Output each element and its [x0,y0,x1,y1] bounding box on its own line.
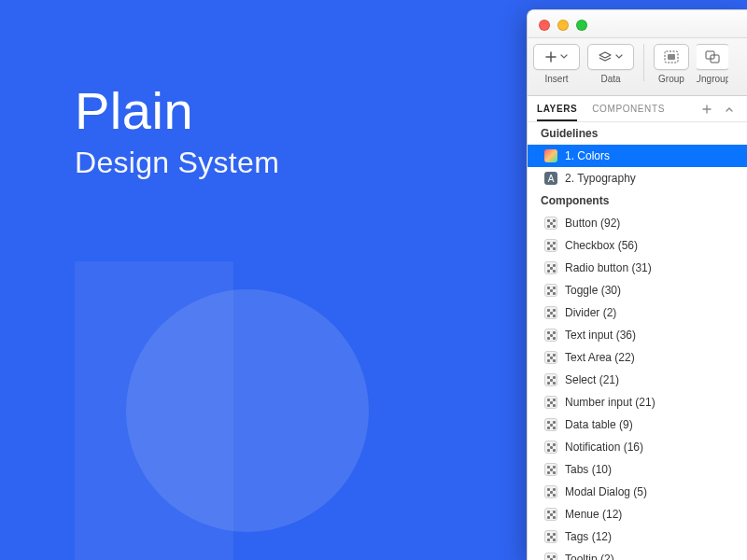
layer-label: Text input (36) [565,329,636,342]
data-tool[interactable]: Data [587,44,634,84]
maximize-icon[interactable] [576,20,587,31]
component-item[interactable]: Tabs (10) [528,458,747,481]
component-item[interactable]: Menue (12) [528,503,747,525]
component-item[interactable]: Data table (9) [528,413,747,436]
component-item[interactable]: Toggle (30) [528,279,747,301]
close-icon[interactable] [539,20,550,31]
layer-label: Notification (16) [565,441,643,454]
group-label: Group [658,74,684,84]
component-icon [544,329,557,342]
layer-label: Toggle (30) [565,284,621,297]
component-icon [544,306,557,319]
component-icon [544,239,557,252]
hero-block: Plain Design System [75,82,279,180]
component-icon [544,508,557,521]
component-icon [544,463,557,476]
component-item[interactable]: Number input (21) [528,391,747,413]
section-label: Guidelines [541,127,598,140]
window-controls [539,20,587,31]
layer-label: Tabs (10) [565,463,612,476]
component-item[interactable]: Text Area (22) [528,346,747,369]
guideline-item[interactable]: 1. Colors [528,145,747,167]
layer-label: Tooltip (2) [565,553,614,560]
component-item[interactable]: Modal Dialog (5) [528,481,747,503]
tab-layers[interactable]: LAYERS [537,98,577,121]
hero-title: Plain [75,82,279,140]
panel-tabs: LAYERS COMPONENTS [528,96,747,122]
section-header-guidelines: Guidelines [528,122,747,145]
rainbow-icon [544,149,557,162]
plus-icon [702,105,712,114]
component-icon [544,418,557,431]
component-item[interactable]: Notification (16) [528,436,747,458]
tab-components[interactable]: COMPONENTS [592,98,665,119]
window-titlebar[interactable] [528,10,747,38]
layer-label: Number input (21) [565,396,655,409]
insert-label: Insert [544,74,568,84]
component-icon [544,284,557,297]
toolbar-separator [643,44,644,81]
svg-rect-1 [668,54,675,60]
hero-subtitle: Design System [75,146,279,180]
layers-icon [599,51,612,63]
ungroup-label: Ungroup [697,74,728,84]
layer-label: Text Area (22) [565,351,635,364]
layer-label: Checkbox (56) [565,239,638,252]
data-label: Data [600,74,620,84]
layer-label: Select (21) [565,373,619,386]
group-tool[interactable]: Group [654,44,689,84]
plus-icon [545,51,557,63]
component-item[interactable]: Tags (12) [528,525,747,548]
layer-label: 2. Typography [565,172,636,185]
component-icon [544,441,557,454]
typo-icon: A [544,172,557,185]
minimize-icon[interactable] [557,20,569,31]
component-item[interactable]: Divider (2) [528,301,747,324]
group-icon [664,50,679,63]
layer-label: Data table (9) [565,418,633,431]
toolbar: Insert Data Group Ungroup [528,38,747,96]
insert-tool[interactable]: Insert [533,44,580,84]
component-icon [544,373,557,386]
component-item[interactable]: Tooltip (2) [528,548,747,560]
section-label: Components [541,194,609,207]
component-icon [544,217,557,230]
shape-circle [126,289,369,532]
layer-label: Tags (12) [565,530,612,543]
ungroup-tool[interactable]: Ungroup [697,44,728,84]
layer-label: Radio button (31) [565,261,652,274]
add-page-button[interactable] [698,101,715,118]
guideline-item[interactable]: A2. Typography [528,167,747,189]
component-icon [544,485,557,498]
chevron-up-icon [725,105,734,114]
collapse-button[interactable] [721,101,738,118]
component-item[interactable]: Radio button (31) [528,257,747,279]
layer-label: Button (92) [565,217,620,230]
component-icon [544,261,557,274]
layers-list[interactable]: Guidelines1. ColorsA2. TypographyCompone… [528,122,747,560]
layer-label: Divider (2) [565,306,616,319]
layer-label: Modal Dialog (5) [565,485,647,498]
hero-illustration [75,261,392,560]
component-item[interactable]: Checkbox (56) [528,234,747,257]
ungroup-icon [705,50,720,63]
chevron-down-icon [615,53,623,61]
component-icon [544,530,557,543]
inspector-panel: Insert Data Group Ungroup [527,9,747,560]
component-icon [544,351,557,364]
component-icon [544,396,557,409]
component-item[interactable]: Button (92) [528,212,747,234]
component-icon [544,553,557,560]
component-item[interactable]: Text input (36) [528,324,747,346]
chevron-down-icon [560,53,568,61]
layer-label: 1. Colors [565,149,610,162]
layer-label: Menue (12) [565,508,622,521]
section-header-components: Components [528,189,747,212]
component-item[interactable]: Select (21) [528,369,747,391]
canvas-background: Plain Design System Insert [0,0,747,560]
